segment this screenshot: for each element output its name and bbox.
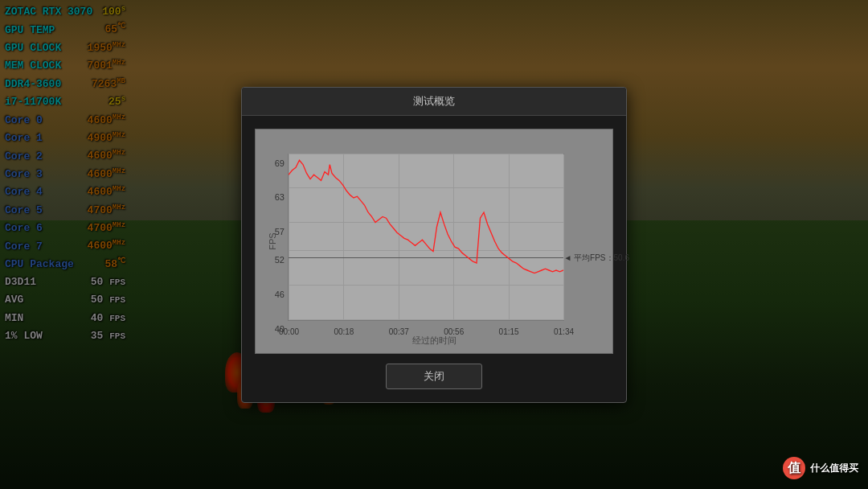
chart-plot-area: 40 46 52 57 63 69 (288, 154, 564, 321)
watermark: 值 什么值得买 (783, 457, 858, 479)
fps-polyline (289, 160, 563, 273)
x-tick-0: 00:00 (279, 327, 299, 336)
watermark-icon: 值 (783, 457, 805, 479)
v-grid-5: 01:34 (563, 154, 564, 320)
x-axis-title: 经过的时间 (412, 335, 457, 347)
close-button[interactable]: 关闭 (386, 364, 482, 389)
x-tick-5: 01:34 (554, 327, 574, 336)
x-tick-2: 00:37 (389, 327, 409, 336)
modal-body: FPS 40 46 52 57 (242, 116, 626, 402)
y-tick-52: 52 (275, 255, 285, 265)
grid-line-40: 40 (289, 319, 563, 320)
fps-line-chart (289, 154, 563, 314)
modal-title: 测试概览 (413, 95, 455, 107)
watermark-icon-text: 值 (788, 460, 800, 477)
y-tick-46: 46 (275, 290, 285, 299)
modal-dialog: 测试概览 FPS 40 46 52 (241, 87, 627, 403)
watermark-text: 什么值得买 (810, 462, 858, 475)
modal-overlay: 测试概览 FPS 40 46 52 (0, 0, 868, 489)
y-tick-57: 57 (275, 227, 285, 236)
avg-fps-label: ◄ 平均FPS：50.6 (563, 253, 629, 264)
y-tick-63: 63 (275, 192, 285, 202)
x-tick-4: 01:15 (499, 327, 519, 336)
x-tick-1: 00:18 (334, 327, 354, 336)
modal-title-bar: 测试概览 (242, 88, 626, 116)
fps-chart-container: FPS 40 46 52 57 (255, 129, 613, 354)
y-tick-69: 69 (275, 158, 285, 168)
